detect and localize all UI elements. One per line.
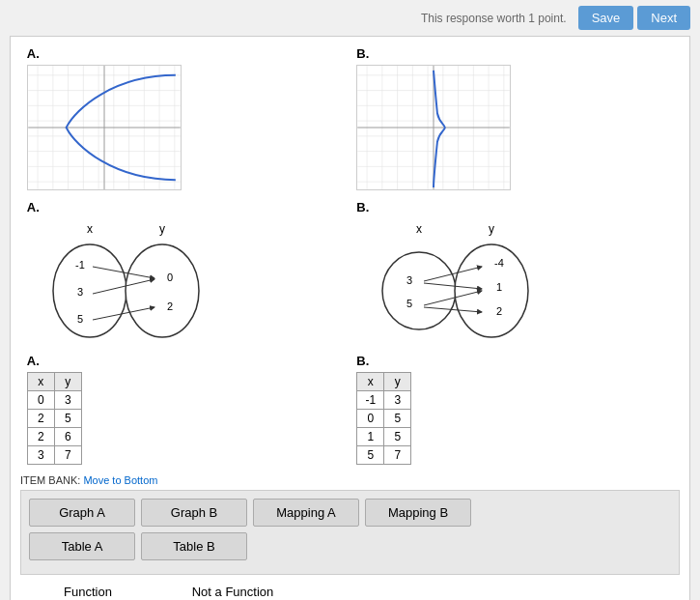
table-b: x y -13051557 (356, 372, 411, 465)
table-a-label: A. (27, 354, 40, 368)
table-a-container: x y 03252637 (27, 372, 82, 465)
mappings-row: A. x y -1 3 5 0 2 (20, 200, 680, 344)
svg-text:y: y (489, 222, 494, 236)
table-a-button[interactable]: Table A (29, 532, 135, 560)
table-row: 05 (357, 410, 411, 428)
mapping-a-x-label: x (87, 222, 93, 236)
svg-text:3: 3 (406, 274, 412, 286)
item-bank-label: ITEM BANK: Move to Bottom (20, 474, 680, 486)
move-to-bottom-link[interactable]: Move to Bottom (83, 474, 157, 486)
bank-row-1: Graph A Graph B Mapping A Mapping B (29, 499, 671, 527)
graph-b-label: B. (356, 46, 369, 61)
graph-a-label: A. (27, 46, 40, 61)
svg-point-53 (455, 244, 528, 337)
svg-point-40 (53, 244, 126, 337)
bank-row-2: Table A Table B (29, 532, 671, 560)
svg-text:0: 0 (167, 271, 173, 283)
graph-a-panel: A. (27, 46, 344, 190)
table-row: 25 (27, 410, 81, 428)
table-row: 15 (357, 428, 411, 446)
next-button[interactable]: Next (637, 6, 690, 30)
svg-text:5: 5 (77, 313, 83, 325)
item-bank-box: Graph A Graph B Mapping A Mapping B Tabl… (20, 490, 680, 575)
hint-text: This response worth 1 point. (421, 12, 567, 25)
mapping-b-label: B. (356, 200, 369, 214)
main-content: A. (10, 36, 690, 600)
tables-row: A. x y 03252637 B. (20, 354, 680, 465)
save-button[interactable]: Save (578, 6, 634, 30)
mapping-b-button[interactable]: Mapping B (365, 499, 471, 527)
mapping-b-panel: B. x y 3 5 -4 1 2 (356, 200, 673, 344)
not-function-label: Not a Function (192, 585, 274, 599)
svg-text:2: 2 (167, 300, 173, 312)
table-row: -13 (357, 391, 411, 410)
table-row: 26 (27, 428, 81, 446)
mapping-b-svg: x y 3 5 -4 1 2 (356, 218, 549, 344)
svg-text:1: 1 (496, 281, 502, 293)
function-group: Function (30, 585, 146, 600)
mapping-a-svg: x y -1 3 5 0 2 (27, 218, 220, 344)
svg-text:x: x (416, 222, 422, 236)
table-row: 03 (27, 391, 81, 410)
table-a: x y 03252637 (27, 372, 82, 465)
graph-b-button[interactable]: Graph B (141, 499, 247, 527)
svg-point-41 (126, 244, 199, 337)
table-row: 57 (357, 446, 411, 465)
table-b-header-y: y (384, 373, 411, 391)
graph-a-button[interactable]: Graph A (29, 499, 135, 527)
graph-b-panel: B. (356, 46, 673, 190)
not-function-group: Not a Function (175, 585, 291, 600)
svg-text:2: 2 (496, 305, 502, 317)
table-b-label: B. (356, 354, 369, 368)
mapping-a-diagram: x y -1 3 5 0 2 (27, 218, 220, 344)
svg-text:5: 5 (406, 298, 412, 309)
mapping-a-label: A. (27, 200, 40, 214)
table-b-container: x y -13051557 (356, 372, 411, 465)
graph-b-container (356, 65, 511, 190)
table-b-panel: B. x y -13051557 (356, 354, 673, 465)
mapping-a-button[interactable]: Mapping A (253, 499, 359, 527)
graph-a-svg (28, 66, 181, 189)
mapping-b-diagram: x y 3 5 -4 1 2 (356, 218, 549, 344)
table-row: 37 (27, 446, 81, 465)
mapping-a-y-label: y (159, 222, 165, 236)
svg-text:3: 3 (77, 286, 83, 298)
mapping-a-panel: A. x y -1 3 5 0 2 (27, 200, 344, 344)
table-a-header-x: x (27, 373, 54, 391)
table-a-header-y: y (54, 373, 81, 391)
svg-point-52 (382, 252, 456, 329)
table-b-button[interactable]: Table B (141, 532, 247, 560)
graph-a-container (27, 65, 182, 190)
graph-b-svg (357, 66, 510, 189)
table-b-header-x: x (357, 373, 384, 391)
svg-text:-4: -4 (494, 257, 504, 269)
top-bar: This response worth 1 point. Save Next (0, 0, 700, 36)
function-label: Function (64, 585, 112, 599)
svg-text:-1: -1 (75, 259, 85, 271)
drop-zones-row: Function Not a Function (30, 585, 680, 600)
table-a-panel: A. x y 03252637 (27, 354, 344, 465)
graphs-row: A. (20, 46, 680, 190)
